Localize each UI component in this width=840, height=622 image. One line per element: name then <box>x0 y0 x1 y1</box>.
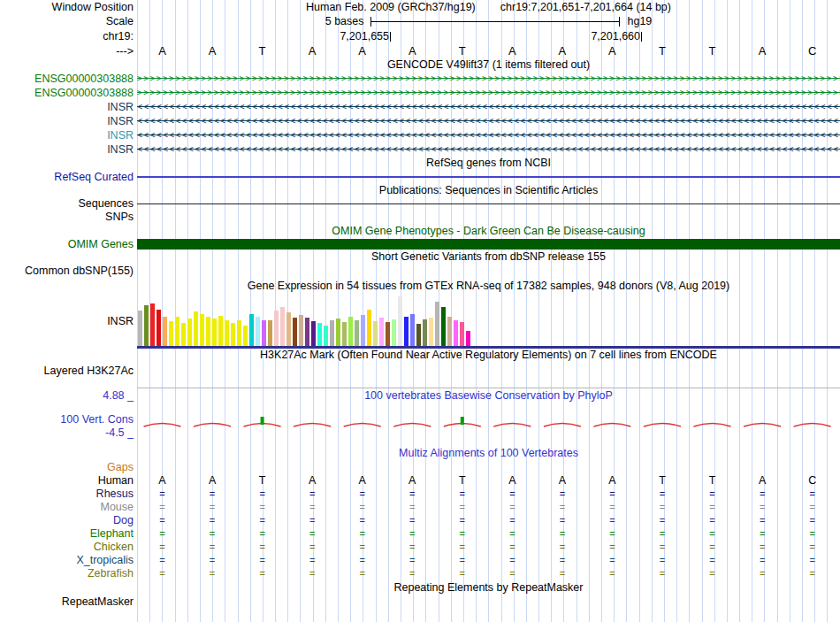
gene-track-row[interactable]: INSR<<<<<<<<<<<<<<<<<<<<<<<<<<<<<<<<<<<<… <box>0 100 840 114</box>
multiz-species-row[interactable]: Dog============== <box>0 514 840 527</box>
species-label[interactable]: Human <box>0 474 137 488</box>
species-label[interactable]: Zebrafish <box>0 567 137 580</box>
alignment-equal-mark: = <box>210 514 215 527</box>
alignment-equal-mark: = <box>660 541 665 554</box>
gtex-tissue-bar <box>392 319 396 346</box>
gtex-tissue-bar <box>169 321 173 346</box>
repeatmasker-track-title[interactable]: Repeating Elements by RepeatMasker <box>137 580 840 595</box>
gene-label[interactable]: ENSG00000303888 <box>0 72 137 86</box>
gene-label[interactable]: INSR <box>0 100 137 114</box>
phylop-track-row[interactable]: 100 Vert. Cons -4.5 _ <box>0 403 840 440</box>
multiz-species-row[interactable]: Rhesus============== <box>0 488 840 501</box>
sequences-row[interactable]: Sequences <box>0 197 840 211</box>
alignment-equal-mark: = <box>760 541 765 554</box>
assembly-title: Human Feb. 2009 (GRCh37/hg19) <box>306 1 476 13</box>
gtex-tissue-bar <box>268 320 272 346</box>
alignment-equal-mark: = <box>560 488 565 501</box>
gene-label[interactable]: INSR <box>0 128 137 142</box>
gtex-tissue-bar <box>336 319 340 346</box>
gene-track-row[interactable]: INSR<<<<<<<<<<<<<<<<<<<<<<<<<<<<<<<<<<<<… <box>0 128 840 142</box>
gtex-tissue-bar <box>305 318 309 346</box>
gene-track-row[interactable]: INSR<<<<<<<<<<<<<<<<<<<<<<<<<<<<<<<<<<<<… <box>0 114 840 128</box>
gtex-tissue-bar <box>317 323 322 346</box>
multiz-track-title[interactable]: Multiz Alignments of 100 Vertebrates <box>137 440 840 461</box>
dbsnp-track-title[interactable]: Short Genetic Variants from dbSNP releas… <box>137 250 840 264</box>
alignment-equal-mark: = <box>159 554 164 567</box>
ruler-sequence-bases: AATAAATAAATTAC <box>137 44 840 58</box>
h3k27ac-label[interactable]: Layered H3K27Ac <box>0 362 137 388</box>
gtex-tissue-bar <box>404 317 409 346</box>
refseq-title-row: RefSeq genes from NCBI <box>0 157 840 170</box>
base-letter: T <box>259 44 266 58</box>
species-label[interactable]: Rhesus <box>0 488 137 501</box>
gtex-tissue-bar <box>274 311 279 346</box>
alignment-equal-mark: = <box>409 541 415 554</box>
sequences-label[interactable]: Sequences <box>0 197 137 211</box>
dbsnp-label[interactable]: Common dbSNP(155) <box>0 264 137 279</box>
species-label[interactable]: Mouse <box>0 501 137 514</box>
h3k27ac-track-title[interactable]: H3K27Ac Mark (Often Found Near Active Re… <box>137 349 840 362</box>
species-label[interactable]: Gaps <box>0 461 137 474</box>
species-label[interactable]: Elephant <box>0 527 137 541</box>
base-letter: C <box>808 44 816 58</box>
gtex-bar-chart[interactable] <box>137 294 840 349</box>
gencode-track-title[interactable]: GENCODE V49lift37 (1 items filtered out) <box>137 58 840 72</box>
species-label[interactable]: Chicken <box>0 541 137 554</box>
gtex-gene-label[interactable]: INSR <box>0 294 137 349</box>
alignment-equal-mark: = <box>210 541 215 554</box>
scale-size-label: 5 bases <box>325 14 364 29</box>
refseq-track-title[interactable]: RefSeq genes from NCBI <box>137 157 840 170</box>
gene-label[interactable]: INSR <box>0 142 137 157</box>
alignment-equal-mark: = <box>509 501 515 514</box>
gtex-chart-row[interactable]: INSR <box>0 294 840 349</box>
repeatmasker-label[interactable]: RepeatMasker <box>0 595 137 610</box>
omim-genes-label[interactable]: OMIM Genes <box>0 238 137 250</box>
base-letter: T <box>709 44 716 58</box>
transcript-arrows-left: <<<<<<<<<<<<<<<<<<<<<<<<<<<<<<<<<<<<<<<<… <box>137 100 840 114</box>
species-label[interactable]: Dog <box>0 514 137 527</box>
h3k27ac-row[interactable]: Layered H3K27Ac <box>0 362 840 388</box>
gtex-tissue-bar <box>447 317 452 346</box>
species-label[interactable]: X_tropicalis <box>0 554 137 567</box>
alignment-track <box>137 461 840 474</box>
multiz-species-row[interactable]: Mouse============== <box>0 501 840 514</box>
aligned-base: A <box>608 474 615 488</box>
gene-label[interactable]: INSR <box>0 114 137 128</box>
gtex-tissue-bar <box>348 317 353 346</box>
multiz-species-row[interactable]: Chicken============== <box>0 541 840 554</box>
multiz-species-row[interactable]: Elephant============== <box>0 527 840 541</box>
h3k27ac-signal-area[interactable] <box>137 362 840 388</box>
gene-label[interactable]: ENSG00000303888 <box>0 86 137 100</box>
gene-track-row[interactable]: INSR<<<<<<<<<<<<<<<<<<<<<<<<<<<<<<<<<<<<… <box>0 142 840 157</box>
snps-row[interactable]: SNPs <box>0 211 840 224</box>
omim-genes-row[interactable]: OMIM Genes <box>0 238 840 250</box>
gtex-tissue-bar <box>280 307 285 346</box>
multiz-gaps-row[interactable]: Gaps <box>0 461 840 474</box>
bottom-spacer <box>0 610 840 622</box>
alignment-equal-mark: = <box>159 541 164 554</box>
alignment-track: ============== <box>137 514 840 527</box>
gtex-tissue-bar <box>262 320 266 346</box>
scale-label: Scale <box>0 14 137 29</box>
snps-label[interactable]: SNPs <box>0 211 137 224</box>
gene-track-row[interactable]: ENSG00000303888>>>>>>>>>>>>>>>>>>>>>>>>>… <box>0 72 840 86</box>
refseq-curated-row[interactable]: RefSeq Curated <box>0 170 840 184</box>
multiz-species-row[interactable]: X_tropicalis============== <box>0 554 840 567</box>
omim-gene-bar[interactable] <box>137 239 840 250</box>
multiz-species-row[interactable]: HumanAATAAATAAATTAC <box>0 474 840 488</box>
repeatmasker-row[interactable]: RepeatMasker <box>0 595 840 610</box>
gtex-track-title[interactable]: Gene Expression in 54 tissues from GTEx … <box>137 279 840 294</box>
alignment-equal-mark: = <box>709 554 714 567</box>
dbsnp-row[interactable]: Common dbSNP(155) <box>0 264 840 279</box>
scale-bar <box>370 17 620 27</box>
alignment-equal-mark: = <box>760 514 765 527</box>
publications-track-title[interactable]: Publications: Sequences in Scientific Ar… <box>137 184 840 197</box>
phylop-track-title[interactable]: 100 vertebrates Basewise Conservation by… <box>137 388 840 403</box>
alignment-equal-mark: = <box>409 527 415 541</box>
multiz-species-row[interactable]: Zebrafish============== <box>0 567 840 580</box>
gene-track-row[interactable]: ENSG00000303888>>>>>>>>>>>>>>>>>>>>>>>>>… <box>0 86 840 100</box>
refseq-curated-label[interactable]: RefSeq Curated <box>0 170 137 184</box>
omim-track-title[interactable]: OMIM Gene Phenotypes - Dark Green Can Be… <box>137 224 840 238</box>
strand-label: ---> <box>0 44 137 58</box>
phylop-track-label[interactable]: 100 Vert. Cons <box>60 413 134 426</box>
